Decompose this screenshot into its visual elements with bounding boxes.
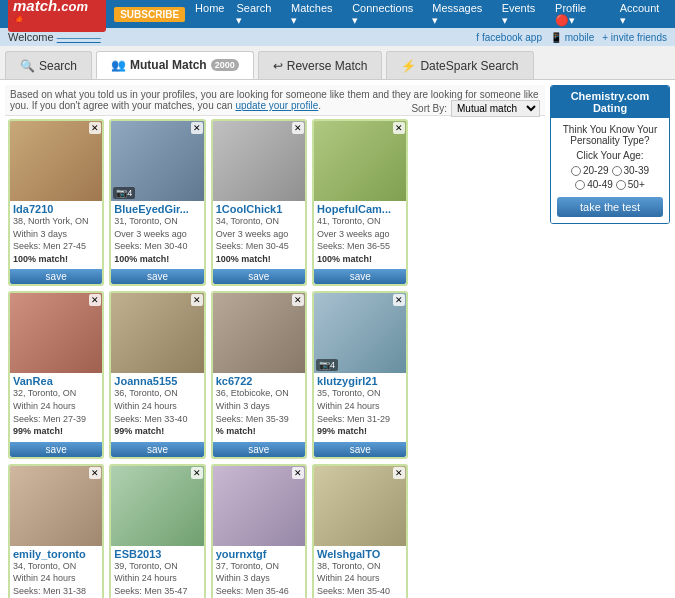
profile-username[interactable]: WelshgalTO bbox=[317, 548, 380, 560]
profile-card: ✕ kc6722 36, Etobicoke, ON Within 3 days… bbox=[211, 291, 307, 458]
profile-details: 39, Toronto, ON Within 24 hours Seeks: M… bbox=[114, 560, 200, 598]
close-profile-button[interactable]: ✕ bbox=[292, 467, 304, 479]
take-test-button[interactable]: take the test bbox=[557, 197, 663, 217]
card-info: WelshgalTO 38, Toronto, ON Within 24 hou… bbox=[314, 546, 406, 598]
profile-card: ✕ emily_toronto 34, Toronto, ON Within 2… bbox=[8, 464, 104, 598]
profile-card: ✕ Ida7210 38, North York, ON Within 3 da… bbox=[8, 119, 104, 286]
right-sidebar: Chemistry.com Dating Think You Know Your… bbox=[550, 85, 670, 598]
info-bar: Based on what you told us in your profil… bbox=[5, 85, 545, 116]
close-profile-button[interactable]: ✕ bbox=[89, 467, 101, 479]
save-button[interactable]: save bbox=[111, 269, 203, 284]
photo-count: 📷4 bbox=[316, 359, 338, 371]
profile-username[interactable]: emily_toronto bbox=[13, 548, 86, 560]
close-profile-button[interactable]: ✕ bbox=[393, 467, 405, 479]
site-logo: match.com 🍁 bbox=[8, 0, 106, 32]
nav-matches[interactable]: Matches ▾ bbox=[291, 2, 340, 27]
profile-photo-wrapper: 📷4 ✕ bbox=[314, 293, 406, 373]
profile-details: 36, Etobicoke, ON Within 3 days Seeks: M… bbox=[216, 387, 302, 437]
chemistry-widget-title: Chemistry.com Dating bbox=[551, 86, 669, 118]
facebook-link[interactable]: f facebook app bbox=[476, 32, 542, 43]
profile-photo[interactable] bbox=[111, 293, 203, 373]
mutual-match-icon: 👥 bbox=[111, 58, 126, 72]
profile-photo[interactable] bbox=[111, 466, 203, 546]
profile-username[interactable]: kc6722 bbox=[216, 375, 253, 387]
match-percent: % match! bbox=[216, 426, 256, 436]
left-content: Based on what you told us in your profil… bbox=[5, 85, 545, 598]
card-info: VanRea 32, Toronto, ON Within 24 hours S… bbox=[10, 373, 102, 439]
reverse-match-icon: ↩ bbox=[273, 59, 283, 73]
sort-select[interactable]: Mutual match New members Online now Dist… bbox=[451, 100, 540, 117]
age-20-29[interactable]: 20-29 bbox=[571, 165, 609, 176]
close-profile-button[interactable]: ✕ bbox=[292, 294, 304, 306]
profile-details: 31, Toronto, ON Over 3 weeks ago Seeks: … bbox=[114, 215, 200, 265]
profile-card: ✕ HopefulCam... 41, Toronto, ON Over 3 w… bbox=[312, 119, 408, 286]
profile-photo[interactable] bbox=[213, 293, 305, 373]
profile-photo[interactable] bbox=[10, 293, 102, 373]
profile-details: 34, Toronto, ON Over 3 weeks ago Seeks: … bbox=[216, 215, 302, 265]
nav-home[interactable]: Home bbox=[195, 2, 224, 27]
profile-photo-wrapper: ✕ bbox=[111, 466, 203, 546]
profile-photo[interactable] bbox=[213, 121, 305, 201]
save-button[interactable]: save bbox=[111, 442, 203, 457]
card-info: klutzygirl21 35, Toronto, ON Within 24 h… bbox=[314, 373, 406, 439]
card-info: Ida7210 38, North York, ON Within 3 days… bbox=[10, 201, 102, 267]
subscribe-button[interactable]: SUBSCRIBE bbox=[114, 7, 185, 22]
profile-details: 37, Toronto, ON Within 3 days Seeks: Men… bbox=[216, 560, 302, 598]
close-profile-button[interactable]: ✕ bbox=[393, 294, 405, 306]
close-profile-button[interactable]: ✕ bbox=[393, 122, 405, 134]
mobile-link[interactable]: 📱 mobile bbox=[550, 32, 594, 43]
chemistry-widget: Chemistry.com Dating Think You Know Your… bbox=[550, 85, 670, 224]
search-icon: 🔍 bbox=[20, 59, 35, 73]
profile-details: 36, Toronto, ON Within 24 hours Seeks: M… bbox=[114, 387, 200, 437]
profile-card: 📷4 ✕ klutzygirl21 35, Toronto, ON Within… bbox=[312, 291, 408, 458]
top-nav: match.com 🍁 SUBSCRIBE Home Search ▾ Matc… bbox=[0, 0, 675, 28]
profile-username[interactable]: BlueEyedGir... bbox=[114, 203, 189, 215]
nav-account[interactable]: Account ▾ bbox=[620, 2, 667, 27]
nav-search[interactable]: Search ▾ bbox=[236, 2, 279, 27]
save-button[interactable]: save bbox=[10, 269, 102, 284]
chemistry-widget-body: Think You Know Your Personality Type? Cl… bbox=[551, 118, 669, 223]
click-age-label: Click Your Age: bbox=[557, 150, 663, 161]
profile-username[interactable]: Ida7210 bbox=[13, 203, 53, 215]
save-button[interactable]: save bbox=[314, 442, 406, 457]
profile-username[interactable]: VanRea bbox=[13, 375, 53, 387]
nav-messages[interactable]: Messages ▾ bbox=[432, 2, 489, 27]
age-30-39[interactable]: 30-39 bbox=[612, 165, 650, 176]
close-profile-button[interactable]: ✕ bbox=[191, 467, 203, 479]
profile-username[interactable]: ESB2013 bbox=[114, 548, 161, 560]
age-40-49[interactable]: 40-49 bbox=[575, 179, 613, 190]
nav-profile[interactable]: Profile 🔴▾ bbox=[555, 2, 608, 27]
tab-datespark[interactable]: ⚡ DateSpark Search bbox=[386, 51, 533, 79]
profile-details: 38, Toronto, ON Within 24 hours Seeks: M… bbox=[317, 560, 403, 598]
nav-connections[interactable]: Connections ▾ bbox=[352, 2, 420, 27]
close-profile-button[interactable]: ✕ bbox=[191, 122, 203, 134]
profile-photo-wrapper: 📷4 ✕ bbox=[111, 121, 203, 201]
profile-username[interactable]: 1CoolChick1 bbox=[216, 203, 283, 215]
match-percent: 99% match! bbox=[114, 426, 164, 436]
card-info: BlueEyedGir... 31, Toronto, ON Over 3 we… bbox=[111, 201, 203, 267]
save-button[interactable]: save bbox=[213, 442, 305, 457]
save-button[interactable]: save bbox=[314, 269, 406, 284]
close-profile-button[interactable]: ✕ bbox=[292, 122, 304, 134]
close-profile-button[interactable]: ✕ bbox=[89, 294, 101, 306]
tab-search[interactable]: 🔍 Search bbox=[5, 51, 92, 79]
age-50-plus[interactable]: 50+ bbox=[616, 179, 645, 190]
profile-username[interactable]: yournxtgf bbox=[216, 548, 267, 560]
welcome-username-link[interactable]: ———— bbox=[57, 31, 101, 43]
tab-reverse-match[interactable]: ↩ Reverse Match bbox=[258, 51, 383, 79]
update-profile-link[interactable]: update your profile bbox=[235, 100, 318, 111]
match-percent: 100% match! bbox=[216, 254, 271, 264]
close-profile-button[interactable]: ✕ bbox=[89, 122, 101, 134]
tab-mutual-match[interactable]: 👥 Mutual Match 2000 bbox=[96, 51, 254, 79]
close-profile-button[interactable]: ✕ bbox=[191, 294, 203, 306]
profile-username[interactable]: HopefulCam... bbox=[317, 203, 391, 215]
invite-link[interactable]: + invite friends bbox=[602, 32, 667, 43]
nav-events[interactable]: Events ▾ bbox=[502, 2, 543, 27]
save-button[interactable]: save bbox=[10, 442, 102, 457]
save-button[interactable]: save bbox=[213, 269, 305, 284]
social-links: f facebook app 📱 mobile + invite friends bbox=[476, 32, 667, 43]
profile-details: 32, Toronto, ON Within 24 hours Seeks: M… bbox=[13, 387, 99, 437]
profile-card: 📷4 ✕ BlueEyedGir... 31, Toronto, ON Over… bbox=[109, 119, 205, 286]
profile-username[interactable]: klutzygirl21 bbox=[317, 375, 378, 387]
profile-username[interactable]: Joanna5155 bbox=[114, 375, 177, 387]
